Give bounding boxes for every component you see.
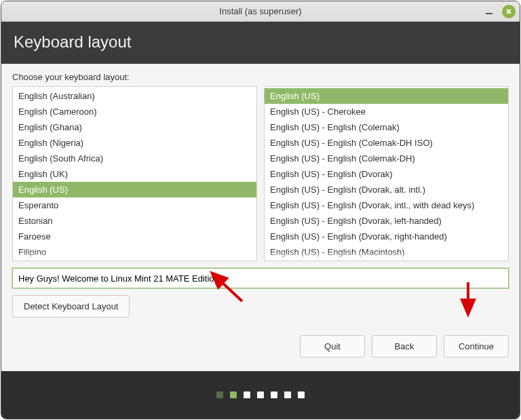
language-item[interactable]: English (Australian) xyxy=(13,88,256,104)
window-controls xyxy=(482,4,516,19)
progress-dot xyxy=(257,392,264,398)
language-item[interactable]: English (Cameroon) xyxy=(13,104,256,119)
minimize-button[interactable] xyxy=(482,4,497,19)
keyboard-lists: English (Australian)English (Cameroon)En… xyxy=(12,86,509,261)
progress-footer xyxy=(1,371,520,419)
progress-dot xyxy=(230,392,237,398)
continue-button[interactable]: Continue xyxy=(444,335,509,358)
close-icon xyxy=(505,8,512,15)
progress-dot xyxy=(271,392,277,398)
variant-item[interactable]: English (US) - English (Colemak-DH) xyxy=(265,151,508,166)
titlebar[interactable]: Install (as superuser) xyxy=(1,1,520,22)
variant-item[interactable]: English (US) - English (Colemak-DH ISO) xyxy=(265,135,508,151)
variant-item[interactable]: English (US) - Cherokee xyxy=(265,104,508,119)
variant-item[interactable]: English (US) - English (Dvorak, alt. int… xyxy=(265,182,508,197)
variant-item[interactable]: English (US) - English (Dvorak) xyxy=(265,166,508,182)
progress-dot xyxy=(284,392,291,398)
keyboard-test-input[interactable] xyxy=(12,268,509,288)
window-title: Install (as superuser) xyxy=(1,6,520,16)
language-item[interactable]: Finnish xyxy=(13,260,256,261)
variant-item[interactable]: English (US) xyxy=(265,88,508,104)
test-row xyxy=(12,268,509,288)
language-item[interactable]: English (Ghana) xyxy=(13,119,256,135)
language-item[interactable]: English (UK) xyxy=(13,166,256,182)
variant-item[interactable]: English (US) - English (Norman) xyxy=(265,260,508,261)
language-item[interactable]: Esperanto xyxy=(13,197,256,213)
progress-dot xyxy=(298,392,305,398)
variant-item[interactable]: English (US) - English (Dvorak, intl., w… xyxy=(265,197,508,213)
page-title: Keyboard layout xyxy=(14,33,131,51)
language-item[interactable]: English (US) xyxy=(13,182,256,197)
detect-row: Detect Keyboard Layout xyxy=(12,295,509,318)
progress-dot xyxy=(216,392,223,398)
layout-prompt: Choose your keyboard layout: xyxy=(12,72,509,82)
close-button[interactable] xyxy=(502,5,516,18)
variant-item[interactable]: English (US) - English (Dvorak, right-ha… xyxy=(265,229,508,244)
variant-item[interactable]: English (US) - English (Dvorak, left-han… xyxy=(265,213,508,229)
variant-item[interactable]: English (US) - English (Macintosh) xyxy=(265,244,508,260)
installer-window: Install (as superuser) Keyboard layout C… xyxy=(1,1,520,419)
language-item[interactable]: Faroese xyxy=(13,229,256,244)
nav-buttons: Quit Back Continue xyxy=(12,335,509,364)
page-header: Keyboard layout xyxy=(1,22,520,64)
variant-item[interactable]: English (US) - English (Colemak) xyxy=(265,119,508,135)
language-list[interactable]: English (Australian)English (Cameroon)En… xyxy=(12,86,257,261)
quit-button[interactable]: Quit xyxy=(300,335,365,358)
language-item[interactable]: Filipino xyxy=(13,244,256,260)
language-item[interactable]: English (South Africa) xyxy=(13,151,256,166)
detect-keyboard-button[interactable]: Detect Keyboard Layout xyxy=(12,295,130,318)
back-button[interactable]: Back xyxy=(372,335,437,358)
progress-dot xyxy=(244,392,250,398)
language-item[interactable]: English (Nigeria) xyxy=(13,135,256,151)
content-area: Choose your keyboard layout: English (Au… xyxy=(1,64,520,371)
variant-list[interactable]: English (US)English (US) - CherokeeEngli… xyxy=(264,86,509,261)
language-item[interactable]: Estonian xyxy=(13,213,256,229)
